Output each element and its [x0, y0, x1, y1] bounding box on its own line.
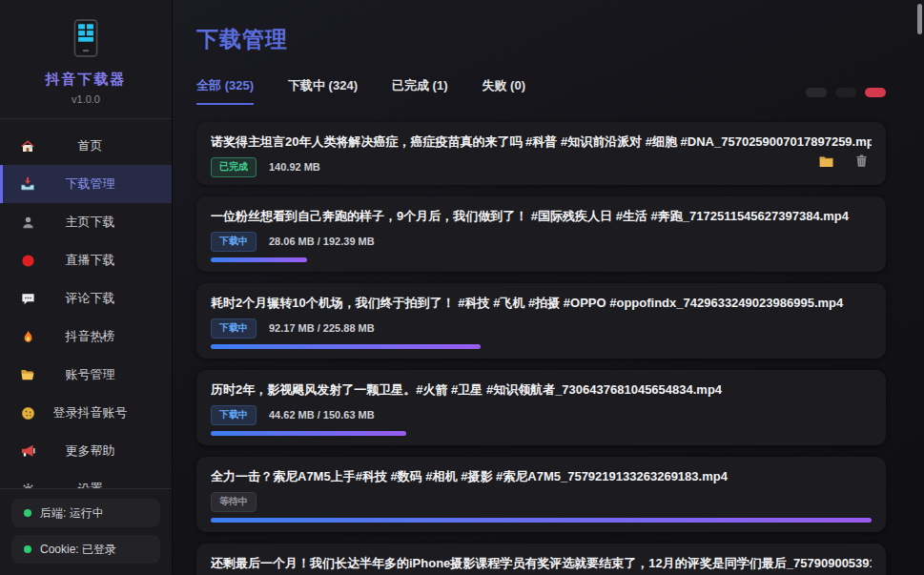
- tab-count: (1): [433, 78, 448, 92]
- megaphone-icon: [16, 443, 39, 459]
- app-name: 抖音下载器: [0, 71, 172, 89]
- sidebar-item-label: 账号管理: [39, 366, 158, 383]
- live-dot-icon: [16, 254, 39, 268]
- card-actions: [818, 154, 869, 170]
- tab-count: (324): [329, 78, 358, 92]
- sidebar: 抖音下载器 v1.0.0 首页 下载管理 主页下载 直播下载 评论下载 抖音热榜…: [0, 0, 173, 575]
- bulk-action-button[interactable]: [835, 88, 856, 97]
- sidebar-item-label: 设置: [39, 481, 158, 488]
- sidebar-item-label: 更多帮助: [39, 442, 158, 460]
- sidebar-item-inbox-tray[interactable]: 下载管理: [0, 165, 172, 203]
- phone-logo-icon: [73, 19, 98, 61]
- folder-open-icon: [16, 367, 39, 382]
- tab-label: 全部: [196, 78, 221, 92]
- sidebar-item-fire[interactable]: 抖音热榜: [0, 318, 172, 356]
- sidebar-item-comment[interactable]: 评论下载: [0, 279, 172, 318]
- sidebar-item-home[interactable]: 首页: [0, 127, 172, 165]
- download-card: 耗时2个月辗转10个机场，我们终于拍到了！ #科技 #飞机 #拍摄 #OPPO …: [196, 283, 886, 359]
- sidebar-item-cookie[interactable]: 登录抖音账号: [0, 394, 172, 432]
- download-meta: 下载中 44.62 MB / 150.63 MB: [211, 406, 872, 423]
- tab-label: 失败: [482, 78, 506, 92]
- download-list: 诺奖得主坦言20年人类将解决癌症，癌症疫苗真的来了吗 #科普 #知识前沿派对 #…: [196, 122, 886, 575]
- folder-icon[interactable]: [818, 154, 834, 170]
- comment-icon: [16, 292, 39, 306]
- tab[interactable]: 已完成 (1): [392, 77, 448, 105]
- status-area: 后端: 运行中 Cookie: 已登录: [0, 488, 172, 575]
- status-pill: 后端: 运行中: [11, 499, 160, 527]
- user-icon: [16, 216, 39, 230]
- fire-icon: [16, 330, 39, 344]
- sidebar-item-megaphone[interactable]: 更多帮助: [0, 432, 172, 470]
- home-icon: [16, 138, 39, 154]
- status-pill: Cookie: 已登录: [11, 535, 160, 564]
- app-version: v1.0.0: [0, 93, 172, 105]
- tab-count: (0): [510, 78, 525, 92]
- sidebar-item-user[interactable]: 主页下载: [0, 203, 172, 241]
- download-title: 还剩最后一个月！我们长达半年多的iPhone摄影课程学员有奖评选就要结束了，12…: [211, 555, 872, 572]
- tab[interactable]: 下载中 (324): [288, 77, 358, 105]
- sidebar-item-live-dot[interactable]: 直播下载: [0, 241, 172, 279]
- sidebar-item-label: 登录抖音账号: [39, 404, 158, 421]
- status-badge: 下载中: [211, 232, 257, 252]
- download-meta: 下载中 92.17 MB / 225.88 MB: [211, 319, 872, 337]
- sidebar-item-label: 抖音热榜: [39, 328, 158, 345]
- download-card: 还剩最后一个月！我们长达半年多的iPhone摄影课程学员有奖评选就要结束了，12…: [196, 544, 886, 575]
- status-badge: 下载中: [211, 405, 257, 425]
- download-card: 历时2年，影视飓风发射了一颗卫星。#火箭 #卫星 #知识领航者_73064376…: [196, 370, 886, 445]
- status-dot-icon: [24, 545, 31, 553]
- download-card: 一位粉丝想看到自己奔跑的样子，9个月后，我们做到了！ #国际残疾人日 #生活 #…: [196, 196, 886, 272]
- sidebar-item-label: 主页下载: [39, 214, 158, 231]
- file-size: 44.62 MB / 150.63 MB: [269, 409, 375, 421]
- main-content: 下载管理 全部 (325) 下载中 (324) 已完成 (1) 失败 (0) 诺…: [173, 0, 924, 575]
- status-label: Cookie: 已登录: [40, 542, 116, 558]
- file-size: 28.06 MB / 192.39 MB: [269, 236, 375, 247]
- download-meta: 下载中 28.06 MB / 192.39 MB: [211, 233, 872, 250]
- download-meta: 等待中: [211, 493, 872, 510]
- download-title: 历时2年，影视飓风发射了一颗卫星。#火箭 #卫星 #知识领航者_73064376…: [211, 381, 872, 399]
- download-card: 诺奖得主坦言20年人类将解决癌症，癌症疫苗真的来了吗 #科普 #知识前沿派对 #…: [196, 122, 886, 185]
- status-label: 后端: 运行中: [40, 505, 104, 522]
- status-badge: 下载中: [211, 318, 257, 339]
- bulk-action-buttons: [806, 88, 886, 105]
- progress-bar: [211, 518, 872, 523]
- cookie-icon: [16, 406, 39, 421]
- sidebar-item-label: 下载管理: [39, 175, 158, 193]
- tab[interactable]: 失败 (0): [482, 77, 525, 105]
- app-logo-area: 抖音下载器 v1.0.0: [0, 0, 172, 119]
- download-title: 一位粉丝想看到自己奔跑的样子，9个月后，我们做到了！ #国际残疾人日 #生活 #…: [211, 208, 872, 225]
- trash-icon[interactable]: [854, 154, 869, 170]
- sidebar-menu: 首页 下载管理 主页下载 直播下载 评论下载 抖音热榜 账号管理 登录抖音账号 …: [0, 119, 172, 488]
- bulk-action-button[interactable]: [806, 88, 827, 97]
- download-title: 诺奖得主坦言20年人类将解决癌症，癌症疫苗真的来了吗 #科普 #知识前沿派对 #…: [211, 133, 872, 151]
- progress-bar: [211, 344, 481, 349]
- status-badge: 等待中: [211, 492, 257, 512]
- page-title: 下载管理: [196, 25, 886, 54]
- tab-label: 已完成: [392, 78, 429, 92]
- bulk-action-button[interactable]: [865, 88, 886, 97]
- progress-bar: [211, 257, 307, 262]
- sidebar-item-gear[interactable]: 设置: [0, 470, 172, 488]
- download-title: 耗时2个月辗转10个机场，我们终于拍到了！ #科技 #飞机 #拍摄 #OPPO …: [211, 295, 872, 312]
- status-badge: 已完成: [211, 157, 257, 177]
- download-card: 全力一击？索尼A7M5上手#科技 #数码 #相机 #摄影 #索尼A7M5_757…: [196, 457, 886, 532]
- inbox-tray-icon: [16, 176, 39, 192]
- tab-bar: 全部 (325) 下载中 (324) 已完成 (1) 失败 (0): [196, 77, 806, 105]
- status-dot-icon: [24, 509, 31, 517]
- tab-label: 下载中: [288, 78, 325, 92]
- download-title: 全力一击？索尼A7M5上手#科技 #数码 #相机 #摄影 #索尼A7M5_757…: [211, 468, 872, 485]
- sidebar-item-folder-open[interactable]: 账号管理: [0, 356, 172, 394]
- file-size: 140.92 MB: [269, 161, 320, 173]
- tabs-row: 全部 (325) 下载中 (324) 已完成 (1) 失败 (0): [196, 77, 886, 105]
- tab[interactable]: 全部 (325): [196, 77, 254, 105]
- progress-bar: [211, 431, 406, 436]
- download-meta: 已完成 140.92 MB: [211, 158, 872, 175]
- sidebar-item-label: 评论下载: [39, 290, 158, 307]
- tab-count: (325): [225, 78, 254, 92]
- file-size: 92.17 MB / 225.88 MB: [269, 322, 375, 334]
- sidebar-item-label: 直播下载: [39, 252, 158, 269]
- scrollbar-thumb[interactable]: [917, 4, 922, 34]
- sidebar-item-label: 首页: [39, 137, 158, 154]
